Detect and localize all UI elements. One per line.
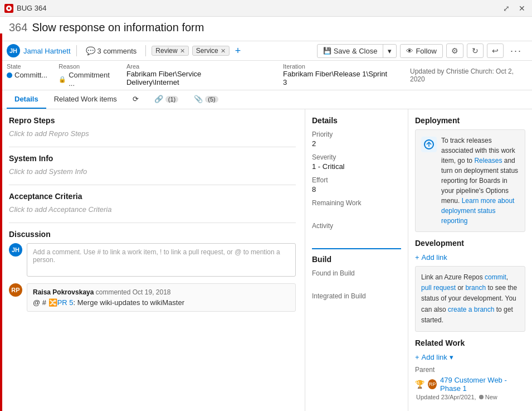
development-section: Development + Add link Link an Azure Rep… bbox=[415, 239, 525, 332]
branch-link[interactable]: branch bbox=[465, 284, 486, 292]
wi-title-row: 364 Slow response on information form bbox=[9, 21, 525, 34]
rw-parent-meta: Updated 23/Apr/2021, New bbox=[416, 394, 525, 400]
found-in-build-value[interactable] bbox=[312, 278, 401, 287]
effort-label: Effort bbox=[312, 176, 401, 184]
priority-value[interactable]: 2 bbox=[312, 139, 401, 148]
effort-value[interactable]: 8 bbox=[312, 185, 401, 194]
integrated-in-build-value[interactable] bbox=[312, 301, 401, 310]
comment-placeholder: Add a comment. Use # to link a work item… bbox=[33, 248, 280, 264]
avatar: JH bbox=[7, 44, 20, 57]
trophy-icon: 🏆 bbox=[415, 380, 424, 389]
tab-details[interactable]: Details bbox=[7, 90, 46, 109]
integrated-in-build-label: Integrated in Build bbox=[312, 292, 401, 300]
tab-history[interactable]: ⟳ bbox=[125, 90, 147, 109]
comment-input[interactable]: Add a comment. Use # to link a work item… bbox=[27, 243, 296, 277]
comment-date: commented Oct 19, 2018 bbox=[96, 288, 171, 296]
svg-point-1 bbox=[8, 7, 10, 9]
tag-service[interactable]: Service ✕ bbox=[192, 46, 230, 56]
reason-value[interactable]: Commitment ... bbox=[69, 71, 115, 88]
tag-review[interactable]: Review ✕ bbox=[152, 46, 188, 56]
commit-link[interactable]: commit bbox=[485, 273, 506, 281]
rw-status-dot bbox=[479, 395, 484, 399]
save-close-dropdown[interactable]: ▾ bbox=[383, 45, 396, 57]
tag-review-label: Review bbox=[155, 47, 177, 55]
commenter-avatar: RP bbox=[9, 283, 22, 297]
comment-text: @ # 🔀PR 5: Merge wiki-updates to wikiMas… bbox=[33, 298, 290, 307]
learn-more-link[interactable]: Learn more about deployment status repor… bbox=[441, 197, 514, 225]
attachment-icon: 📎 bbox=[194, 95, 203, 103]
link-icon: 🔗 bbox=[154, 95, 163, 103]
activity-field: Activity bbox=[312, 222, 401, 239]
rw-parent-avatar: RP bbox=[428, 379, 437, 389]
priority-field: Priority 2 bbox=[312, 130, 401, 148]
settings-button[interactable]: ⚙ bbox=[446, 43, 463, 58]
expand-button[interactable]: ⤢ bbox=[501, 3, 512, 14]
rw-dropdown-icon: ▾ bbox=[450, 353, 453, 361]
related-work-add-link-button[interactable]: + Add link ▾ bbox=[415, 352, 453, 362]
remaining-work-value[interactable] bbox=[312, 208, 401, 216]
repro-steps-placeholder[interactable]: Click to add Repro Steps bbox=[9, 129, 296, 138]
integrated-in-build-field: Integrated in Build bbox=[312, 292, 401, 310]
comments-button[interactable]: 💬 3 comments bbox=[82, 45, 140, 56]
updated-by: Updated by Christie Church: Oct 2, 2020 bbox=[410, 67, 525, 83]
rw-parent-label: Parent bbox=[415, 366, 525, 374]
pr-link[interactable]: PR 5 bbox=[57, 298, 74, 307]
add-tag-button[interactable]: + bbox=[233, 45, 243, 57]
separator2 bbox=[145, 45, 146, 56]
pull-request-link[interactable]: pull request bbox=[421, 284, 456, 292]
details-title: Details bbox=[312, 116, 401, 125]
toolbar-row: JH Jamal Hartnett 💬 3 comments Review ✕ … bbox=[0, 41, 532, 61]
meta-reason-group: Reason 🔒 Commitment ... bbox=[58, 63, 115, 88]
assignee-name[interactable]: Jamal Hartnett bbox=[23, 47, 71, 55]
tag-service-remove[interactable]: ✕ bbox=[221, 47, 226, 55]
state-value-row: Committ... bbox=[7, 71, 47, 79]
iteration-value[interactable]: Fabrikam Fiber\Release 1\Sprint 3 bbox=[283, 70, 388, 86]
pr-icon: 🔀 bbox=[48, 298, 57, 307]
rw-parent-link[interactable]: 479 Customer Web - Phase 1 bbox=[440, 376, 525, 393]
activity-value[interactable] bbox=[312, 231, 401, 239]
activity-label: Activity bbox=[312, 222, 401, 230]
tab-related-work-items[interactable]: Related Work items bbox=[46, 90, 125, 109]
comment-icon: 💬 bbox=[86, 46, 95, 55]
bug-icon bbox=[4, 4, 13, 13]
development-title: Development bbox=[415, 239, 525, 248]
meta-state-group: State Committ... bbox=[7, 63, 47, 79]
reason-label: Reason bbox=[58, 63, 115, 70]
main-content: Repro Steps Click to add Repro Steps Sys… bbox=[0, 109, 532, 411]
meta-row: State Committ... Reason 🔒 Commitment ...… bbox=[0, 61, 532, 90]
divider1 bbox=[9, 147, 296, 147]
deployment-box: To track releases associated with this w… bbox=[415, 129, 525, 232]
area-value[interactable]: Fabrikam Fiber\Service Delivery\Internet bbox=[126, 70, 250, 86]
tab-links[interactable]: 🔗 (1) bbox=[147, 90, 186, 109]
lock-icon: 🔒 bbox=[58, 76, 66, 83]
follow-button[interactable]: 👁 Follow bbox=[400, 44, 443, 58]
system-info-title: System Info bbox=[9, 154, 296, 163]
wi-title[interactable]: Slow response on information form bbox=[32, 21, 204, 34]
deployment-title: Deployment bbox=[415, 116, 525, 125]
toolbar-right: 💾 Save & Close ▾ 👁 Follow ⚙ ↻ ↩ ··· bbox=[317, 43, 525, 58]
close-button[interactable]: ✕ bbox=[516, 3, 528, 14]
tag-service-label: Service bbox=[196, 47, 218, 55]
tab-attachments[interactable]: 📎 (5) bbox=[186, 90, 226, 109]
deployment-icon bbox=[421, 137, 437, 152]
follow-label: Follow bbox=[416, 47, 437, 55]
create-branch-link[interactable]: create a branch bbox=[448, 306, 494, 313]
rw-plus-icon: + bbox=[415, 353, 419, 361]
undo-button[interactable]: ↩ bbox=[487, 43, 504, 58]
development-add-link-button[interactable]: + Add link bbox=[415, 252, 447, 263]
separator bbox=[76, 45, 77, 56]
system-info-placeholder[interactable]: Click to add System Info bbox=[9, 167, 296, 176]
severity-value[interactable]: 1 - Critical bbox=[312, 162, 401, 171]
save-close-main[interactable]: 💾 Save & Close bbox=[318, 45, 384, 57]
acceptance-criteria-placeholder[interactable]: Click to add Acceptance Criteria bbox=[9, 205, 296, 214]
related-work-section: Related Work + Add link ▾ Parent 🏆 RP 47… bbox=[415, 339, 525, 400]
state-value[interactable]: Committ... bbox=[14, 71, 47, 79]
meta-iteration-group: Iteration Fabrikam Fiber\Release 1\Sprin… bbox=[283, 63, 410, 86]
releases-link[interactable]: Releases bbox=[474, 157, 502, 165]
meta-area-group: Area Fabrikam Fiber\Service Delivery\Int… bbox=[126, 63, 272, 86]
refresh-button[interactable]: ↻ bbox=[467, 43, 484, 58]
tag-review-remove[interactable]: ✕ bbox=[180, 47, 185, 55]
save-close-button[interactable]: 💾 Save & Close ▾ bbox=[317, 44, 397, 58]
more-button[interactable]: ··· bbox=[507, 44, 525, 58]
rw-parent-item: 🏆 RP 479 Customer Web - Phase 1 bbox=[415, 376, 525, 393]
